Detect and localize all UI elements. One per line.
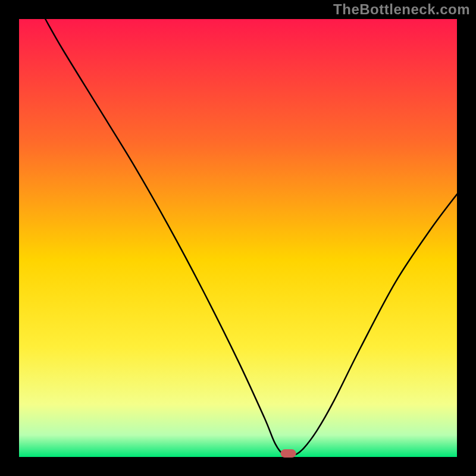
watermark-text: TheBottleneck.com <box>333 1 470 18</box>
chart-container: TheBottleneck.com <box>0 0 476 476</box>
optimal-marker <box>281 449 296 458</box>
bottleneck-chart <box>0 0 476 476</box>
